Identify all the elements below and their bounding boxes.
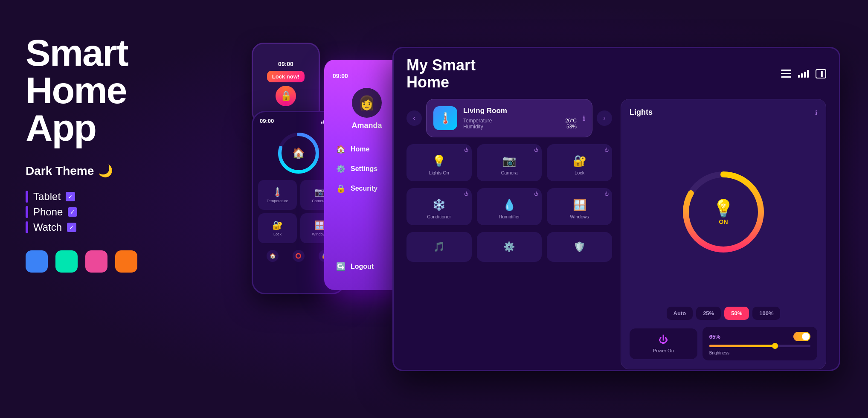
tile-camera[interactable]: ⏻ 📷 Camera <box>477 144 542 181</box>
dial-center: 💡 ON <box>681 169 766 255</box>
menu-avatar: 👩 <box>352 88 382 118</box>
menu-username: Amanda <box>351 121 382 130</box>
lights-info-icon: ℹ <box>815 109 817 116</box>
toggle-thumb <box>802 333 810 340</box>
logout-menu-icon: ↪️ <box>336 262 345 271</box>
camera-device-icon: 📷 <box>502 154 516 168</box>
theme-label: Dark Theme 🌙 <box>26 164 205 178</box>
tile-conditioner[interactable]: ⏻ ❄️ Conditioner <box>406 188 472 225</box>
room-name: Living Room <box>463 107 577 115</box>
conditioner-power-icon: ⏻ <box>464 192 468 196</box>
phone-progress-circle: 🏠 <box>277 132 320 174</box>
tile-windows[interactable]: ⏻ 🪟 Windows <box>547 188 612 225</box>
room-prev-button[interactable]: ‹ <box>406 110 422 126</box>
menu-settings[interactable]: ⚙️ Settings <box>333 160 401 178</box>
hamburger-menu[interactable] <box>781 70 791 78</box>
device-grid-row1: ⏻ 💡 Lights On ⏻ 📷 Camera ⏻ 🔐 Lock <box>406 144 612 181</box>
brightness-fill <box>709 345 775 347</box>
phone-tile-lock[interactable]: 🔐 Lock <box>258 213 297 243</box>
menu-home[interactable]: 🏠 Home <box>333 140 401 158</box>
menu-security[interactable]: 🔒 Security <box>333 180 401 197</box>
room-stats: Temperature 26°C Humidity 53% <box>463 118 577 130</box>
brightness-slider[interactable] <box>709 345 810 347</box>
humidity-stat: Humidity 53% <box>463 124 577 130</box>
lights-title: Lights <box>630 108 653 117</box>
tablet-signal <box>798 70 809 78</box>
pct50-button[interactable]: 50% <box>724 307 749 320</box>
room-next-button[interactable]: › <box>597 110 612 126</box>
tablet-item: Tablet ✓ <box>26 191 205 203</box>
check-watch: ✓ <box>67 223 76 232</box>
brightness-thumb <box>772 343 778 349</box>
lights-dial[interactable]: 💡 ON <box>681 169 766 255</box>
pct100-button[interactable]: 100% <box>752 307 780 320</box>
color-blue <box>26 250 48 273</box>
phone-item: Phone ✓ <box>26 206 205 218</box>
tablet-battery: ▐ <box>816 69 826 78</box>
security-menu-icon: 🔒 <box>336 184 345 193</box>
settings-menu-icon: ⚙️ <box>336 164 345 174</box>
lights-panel: Lights ℹ <box>621 99 826 369</box>
watch-lock-button[interactable]: Lock now! <box>267 71 305 82</box>
left-panel: Smart Home App Dark Theme 🌙 Tablet ✓ Pho… <box>26 34 205 273</box>
pct25-button[interactable]: 25% <box>696 307 721 320</box>
check-tablet: ✓ <box>66 192 75 201</box>
phone-time: 09:00 <box>260 118 274 124</box>
menu-time: 09:00 <box>333 73 348 79</box>
lights-icon: 💡 <box>432 154 446 168</box>
bottom-tile-3[interactable]: 🛡️ <box>547 232 612 262</box>
lock-door-icon: 🔐 <box>272 220 283 230</box>
room-card: 🌡️ Living Room Temperature 26°C Humidity… <box>426 99 592 137</box>
color-pink <box>85 250 107 273</box>
tablet-header: My Smart Home ▐ <box>394 48 839 95</box>
room-info: Living Room Temperature 26°C Humidity 53… <box>463 107 577 130</box>
gear-icon: ⚙️ <box>503 241 515 253</box>
power-icon: ⏻ <box>659 334 668 345</box>
shield-icon: 🛡️ <box>574 241 585 253</box>
brightness-control: 65% Brightness <box>703 327 817 360</box>
room-selector: ‹ 🌡️ Living Room Temperature 26°C Humidi… <box>406 99 612 137</box>
check-phone: ✓ <box>68 207 77 217</box>
lock-device-icon: 🔐 <box>573 154 586 168</box>
bottom-tiles: 🎵 ⚙️ 🛡️ <box>406 232 612 262</box>
nav-circle[interactable]: ⭕ <box>293 250 305 262</box>
brightness-toggle[interactable] <box>793 332 810 341</box>
watch-time: 09:00 <box>278 61 293 67</box>
power-on-button[interactable]: ⏻ Power On <box>630 328 697 359</box>
brightness-value: 65% <box>709 334 720 340</box>
tablet-left-panel: ‹ 🌡️ Living Room Temperature 26°C Humidi… <box>406 99 612 369</box>
brightness-top: 65% <box>709 332 810 341</box>
color-green <box>55 250 78 273</box>
tile-lights[interactable]: ⏻ 💡 Lights On <box>406 144 472 181</box>
tile-humidifier[interactable]: ⏻ 💧 Humidifier <box>477 188 542 225</box>
dial-container: 💡 ON <box>630 124 817 300</box>
tablet-screen: My Smart Home ▐ ‹ 🌡️ <box>392 47 840 371</box>
app-title: Smart Home App <box>26 34 205 147</box>
house-icon: 🏠 <box>292 147 305 159</box>
menu-logout[interactable]: ↪️ Logout <box>333 258 401 276</box>
watch-item: Watch ✓ <box>26 221 205 233</box>
brightness-presets: Auto 25% 50% 100% <box>630 307 817 320</box>
windows-icon: 🪟 <box>573 198 586 212</box>
temperature-stat: Temperature 26°C <box>463 118 577 124</box>
bottom-tile-2[interactable]: ⚙️ <box>477 232 542 262</box>
humidifier-icon: 💧 <box>502 198 516 212</box>
room-info-icon: ℹ <box>583 114 585 122</box>
auto-button[interactable]: Auto <box>667 307 693 320</box>
nav-home[interactable]: 🏠 <box>267 250 279 262</box>
tablet-content: ‹ 🌡️ Living Room Temperature 26°C Humidi… <box>394 95 839 371</box>
window-icon: 🪟 <box>314 220 325 230</box>
color-palette <box>26 250 205 273</box>
bar-tablet <box>26 191 28 203</box>
circle-inner: 🏠 <box>277 132 320 174</box>
bottom-tile-1[interactable]: 🎵 <box>406 232 472 262</box>
humidifier-power-icon: ⏻ <box>534 192 538 196</box>
phone-tile-temperature[interactable]: 🌡️ Temperature <box>258 180 297 210</box>
device-grid-row2: ⏻ ❄️ Conditioner ⏻ 💧 Humidifier ⏻ 🪟 Wind… <box>406 188 612 225</box>
camera-icon: 📷 <box>314 187 325 197</box>
brightness-label: Brightness <box>709 351 810 355</box>
tile-lock[interactable]: ⏻ 🔐 Lock <box>547 144 612 181</box>
tablet-header-right: ▐ <box>781 69 826 78</box>
bulb-icon: 💡 <box>713 198 734 218</box>
lock-power-icon: ⏻ <box>604 148 609 152</box>
